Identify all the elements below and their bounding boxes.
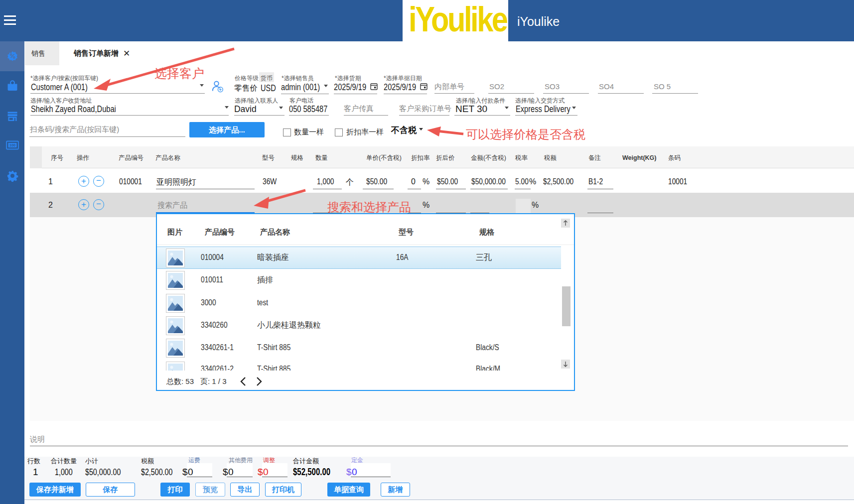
svg-text:100: 100 <box>9 143 16 147</box>
